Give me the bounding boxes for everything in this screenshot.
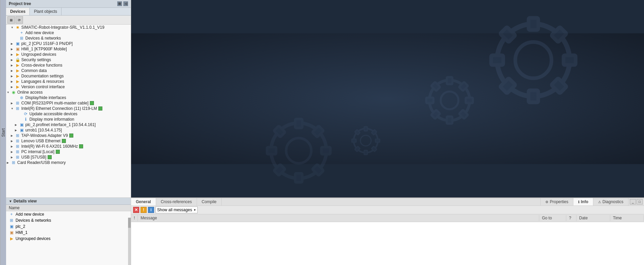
tree-item-lang[interactable]: ▶ ▶ Languages & resources — [6, 79, 131, 84]
tree-item-display-hide[interactable]: ⊕ Display/hide interfaces — [6, 95, 131, 100]
tree-label-wifi: Intel(R) Wi-Fi 6 AX201 160MHz — [21, 144, 78, 149]
details-header[interactable]: ▼ Details view — [6, 198, 131, 205]
tree-label-lang: Languages & resources — [21, 79, 64, 84]
tree-item-cross[interactable]: ▶ ▶ Cross-device functions — [6, 63, 131, 68]
col-exclamation: ! — [131, 215, 138, 221]
svg-rect-5 — [491, 55, 503, 65]
tree-item-online[interactable]: ▼ ◉ Online access — [6, 90, 131, 95]
project-tree-icon-2[interactable]: ◁ — [123, 1, 128, 6]
show-messages-dropdown[interactable]: Show all messages ▼ — [155, 207, 198, 213]
toolbar-btn-refresh[interactable]: ⟳ — [16, 16, 23, 24]
tree-arrow-tap: ▶ — [11, 134, 15, 137]
svg-rect-16 — [466, 98, 473, 103]
filter-warning-btn[interactable]: ! — [141, 207, 147, 213]
details-item-3[interactable]: ▣ HMI_1 — [6, 230, 131, 236]
project-tree-icon-1[interactable]: ⊞ — [117, 1, 122, 6]
tab-general[interactable]: General — [131, 198, 156, 206]
tree-item-devnet[interactable]: ⊞ Devices & networks — [6, 35, 131, 41]
tree-icon-add: + — [19, 30, 24, 35]
bottom-panel: General Cross-references Compile ⚙ Prope… — [131, 197, 644, 265]
tree-label-ua: Update accessible devices — [29, 112, 77, 116]
col-message: Message — [138, 215, 539, 221]
start-tab[interactable]: Start — [0, 0, 6, 265]
tree-root-arrow: ▼ — [11, 26, 15, 29]
tree-icon-online: ◉ — [11, 90, 16, 95]
tree-icon-lenovo: ⊞ — [15, 139, 20, 143]
tree-root[interactable]: ▼ ■ SIMATIC-Robot-Integrator-SRL_V1.1.0.… — [6, 25, 131, 30]
tree-item-tap[interactable]: ▶ ⊞ TAP-Windows Adapter V9 — [6, 133, 131, 138]
tree-arrow-lenovo: ▶ — [11, 140, 15, 143]
tree-item-doc[interactable]: ▶ ▶ Documentation settings — [6, 73, 131, 79]
tree-item-ungrouped[interactable]: ▶ ▶ Ungrouped devices — [6, 52, 131, 57]
svg-rect-35 — [267, 147, 276, 154]
details-item-1[interactable]: ⊞ Devices & networks — [6, 217, 131, 223]
tab-cross-references[interactable]: Cross-references — [156, 198, 197, 206]
tree-item-intel-eth[interactable]: ▼ ⊞ Intel(R) Ethernet Connection (11) I2… — [6, 106, 131, 111]
right-tab-info[interactable]: ℹ Info — [573, 198, 593, 206]
tree-item-urrob1[interactable]: ▶ ▣ urrob1 [10.54.4.175] — [6, 127, 131, 133]
tab-compile[interactable]: Compile — [197, 198, 222, 206]
details-icon-2: ▣ — [9, 224, 14, 229]
details-item-2[interactable]: ▣ plc_2 — [6, 223, 131, 230]
tree-icon-dh: ⊕ — [19, 95, 24, 100]
panel-maximize-btn[interactable]: □ — [637, 199, 643, 204]
right-tabs: ⚙ Properties ℹ Info ⚠ Diagnostics _ — [540, 198, 644, 206]
right-tab-diagnostics[interactable]: ⚠ Diagnostics — [593, 198, 628, 206]
svg-rect-26 — [375, 139, 380, 142]
tree-arrow-doc: ▶ — [11, 75, 15, 78]
svg-rect-33 — [295, 119, 302, 128]
tree-item-add-device[interactable]: + Add new device — [6, 30, 131, 35]
tree-item-hmi1[interactable]: ▶ ▣ HMI_1 [KTP900F Mobile] — [6, 46, 131, 52]
tree-arrow-card: ▶ — [7, 161, 11, 164]
tree-icon-pf: ▣ — [19, 122, 24, 127]
tree-label-doc: Documentation settings — [21, 74, 64, 78]
tree-item-version[interactable]: ▶ ▶ Version control interface — [6, 84, 131, 90]
tree-item-display-more[interactable]: ℹ Display more information — [6, 117, 131, 122]
tree-arrow-plc2: ▶ — [11, 42, 15, 45]
svg-rect-13 — [447, 77, 452, 84]
tree-item-com[interactable]: ▶ ⊞ COM [RS232/PPI multi-master cable] — [6, 100, 131, 106]
tree-item-wifi[interactable]: ▶ ⊞ Intel(R) Wi-Fi 6 AX201 160MHz — [6, 144, 131, 149]
tree-icon-com: ⊞ — [15, 101, 20, 105]
svg-rect-36 — [321, 147, 330, 154]
tree-arrow-common: ▶ — [11, 69, 15, 72]
tree-item-common[interactable]: ▶ ▶ Common data — [6, 68, 131, 73]
details-column-header: Name — [6, 205, 131, 211]
panel-minimize-btn[interactable]: _ — [630, 199, 636, 204]
tree-item-update-acc[interactable]: ⟳ Update accessible devices — [6, 111, 131, 117]
tree-item-security[interactable]: ▶ 🔒 Security settings — [6, 57, 131, 63]
right-tab-properties[interactable]: ⚙ Properties — [540, 198, 573, 206]
tree-arrow-online: ▼ — [7, 91, 11, 94]
project-tree: ▼ ■ SIMATIC-Robot-Integrator-SRL_V1.1.0.… — [6, 25, 131, 197]
tree-item-plc2[interactable]: ▶ ▣ plc_2 [CPU 1516F-3 PN/DP] — [6, 41, 131, 46]
filter-info-btn[interactable]: i — [148, 207, 154, 213]
tree-label-ur: urrob1 [10.54.4.175] — [25, 128, 62, 132]
tree-item-card[interactable]: ▶ ⊞ Card Reader/USB memory — [6, 160, 131, 165]
tree-icon-usb: ⊞ — [15, 155, 20, 160]
tree-item-lenovo[interactable]: ▶ ⊞ Lenovo USB Ethernet — [6, 138, 131, 144]
tree-toolbar: ⊞ ⟳ — [6, 16, 131, 25]
toolbar-btn-grid[interactable]: ⊞ — [7, 16, 15, 24]
tree-arrow-intel: ▼ — [11, 107, 15, 110]
gear-svg — [131, 0, 644, 197]
tree-arrow-lang: ▶ — [11, 80, 15, 83]
tree-icon-wifi: ⊞ — [15, 144, 20, 149]
tree-icon-doc: ▶ — [15, 74, 20, 78]
tree-label-version: Version control interface — [21, 85, 65, 89]
svg-rect-34 — [295, 173, 302, 183]
details-item-4[interactable]: ▶ Ungrouped devices — [6, 236, 131, 242]
tab-plant-objects[interactable]: Plant objects — [30, 8, 61, 15]
details-item-0[interactable]: + Add new device — [6, 211, 131, 217]
col-goto: Go to — [539, 215, 566, 221]
tree-icon-version: ▶ — [15, 85, 20, 89]
tree-item-pc[interactable]: ▶ ⊞ PC internal [Local] — [6, 149, 131, 154]
tree-arrow-usb: ▶ — [11, 156, 15, 159]
tree-icon-plc2: ▣ — [15, 41, 20, 46]
tree-item-usb[interactable]: ▶ ⊞ USB [S7USB] — [6, 154, 131, 160]
filter-error-btn[interactable]: ✕ — [133, 207, 139, 213]
tree-label-add: Add new device — [25, 30, 54, 35]
tab-devices[interactable]: Devices — [6, 8, 30, 15]
col-time: Time — [610, 215, 644, 221]
tree-item-profinet[interactable]: ▶ ▣ plc_2.profinet interface_1 [10.54.4.… — [6, 122, 131, 127]
svg-rect-6 — [564, 55, 576, 65]
